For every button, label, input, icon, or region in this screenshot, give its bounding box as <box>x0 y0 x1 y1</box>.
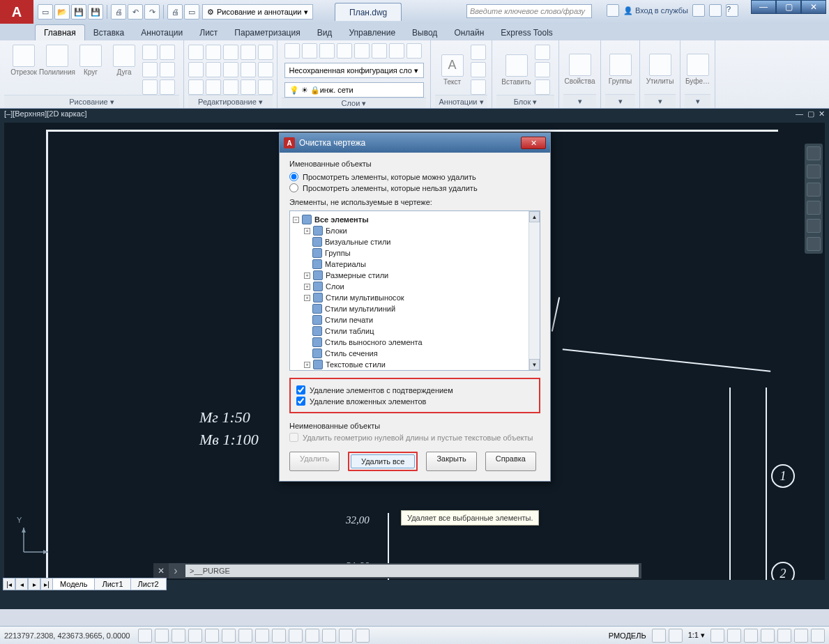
offset-icon[interactable] <box>241 79 256 95</box>
quickview-layouts[interactable] <box>652 629 666 643</box>
attr-icon[interactable] <box>535 79 550 95</box>
nav-more-icon[interactable] <box>807 237 821 251</box>
tab-layout[interactable]: Лист <box>191 25 226 40</box>
rect-icon[interactable] <box>142 45 158 60</box>
tree-item[interactable]: Группы <box>325 249 351 257</box>
toolbar-lock[interactable] <box>761 629 775 643</box>
table-icon[interactable] <box>471 79 486 95</box>
print-icon[interactable]: 🖨 <box>167 4 183 20</box>
tree-item[interactable]: Стиль сечения <box>325 349 378 358</box>
copy-icon[interactable] <box>188 62 204 77</box>
tree-item[interactable]: Стили печати <box>325 316 373 324</box>
checkbox-zero-length[interactable]: Удалить геометрию нулевой длины и пустые… <box>289 433 540 442</box>
model-paper-toggle[interactable]: РМОДЕЛЬ <box>606 631 649 640</box>
tool-insert[interactable]: Вставить <box>501 53 532 86</box>
preview-icon[interactable]: ▭ <box>184 4 199 20</box>
layer-iso-icon[interactable] <box>319 43 335 59</box>
layer-state-selector[interactable]: Несохраненная конфигурация сло ▾ <box>284 63 424 78</box>
expand-icon[interactable]: + <box>304 273 310 279</box>
tree-item[interactable]: Стиль выносного элемента <box>325 338 423 346</box>
expand-icon[interactable]: + <box>304 228 310 234</box>
am-toggle[interactable] <box>356 629 370 643</box>
tree-root[interactable]: Все элементы <box>314 215 369 224</box>
tab-parametric[interactable]: Параметризация <box>226 25 308 40</box>
coordinates[interactable]: 2213797.2308, 423673.9665, 0.0000 <box>4 631 130 640</box>
ducs-toggle[interactable] <box>255 629 269 643</box>
tree-item[interactable]: Слои <box>326 282 344 291</box>
layer-lock-icon[interactable] <box>372 43 387 59</box>
tree-item[interactable]: Стили мультивыносок <box>326 293 404 302</box>
quickview-drawings[interactable] <box>669 629 683 643</box>
layer-current-selector[interactable]: 💡 ☀ 🔒 инж. сети <box>284 82 424 98</box>
maximize-button[interactable]: ▢ <box>776 0 801 14</box>
layer-prev-icon[interactable] <box>406 43 422 59</box>
panel-label-groups[interactable]: ▾ <box>605 94 635 108</box>
purge-tree[interactable]: −Все элементы +Блоки Визуальные стили Гр… <box>289 210 540 371</box>
radio-purgeable[interactable]: Просмотреть элементы, которые можно удал… <box>289 172 540 181</box>
tpy-toggle[interactable] <box>305 629 319 643</box>
anno-vis-toggle[interactable] <box>710 629 724 643</box>
exchange-icon[interactable] <box>692 4 705 17</box>
tool-polyline[interactable]: Полилиния <box>42 43 73 76</box>
tool-line[interactable]: Отрезок <box>8 43 39 76</box>
mirror-icon[interactable] <box>206 62 221 77</box>
create-block-icon[interactable] <box>535 45 550 60</box>
binoculars-icon[interactable] <box>607 4 619 17</box>
tab-manage[interactable]: Управление <box>340 25 404 40</box>
zoom-icon[interactable] <box>807 183 821 197</box>
tab-sheet1[interactable]: Лист1 <box>95 578 130 590</box>
panel-label-annot[interactable]: Аннотации ▾ <box>435 95 487 108</box>
anno-scale[interactable]: 1:1 ▾ <box>685 631 708 640</box>
leader-icon[interactable] <box>471 62 486 77</box>
tab-home[interactable]: Главная <box>35 24 85 40</box>
grid-toggle[interactable] <box>155 629 169 643</box>
expand-icon[interactable]: + <box>304 284 310 290</box>
tool-utils[interactable]: Утилиты <box>645 52 676 85</box>
checkbox-nested-input[interactable] <box>296 397 305 406</box>
tree-item[interactable]: Стили мультилиний <box>325 305 395 313</box>
undo-icon[interactable]: ↶ <box>128 4 143 20</box>
osnap-toggle[interactable] <box>205 629 219 643</box>
help-button[interactable]: Справка <box>485 452 536 471</box>
tab-online[interactable]: Онлайн <box>446 25 492 40</box>
purge-all-button[interactable]: Удалить все <box>351 454 415 468</box>
purge-button[interactable]: Удалить <box>289 452 340 471</box>
dyn-toggle[interactable] <box>272 629 286 643</box>
showmotion-icon[interactable] <box>807 219 821 233</box>
app-menu-button[interactable]: A <box>0 0 33 24</box>
autodesk-icon[interactable] <box>709 4 722 17</box>
radio-purgeable-input[interactable] <box>289 172 298 181</box>
vp-minimize[interactable]: — <box>796 109 803 118</box>
close-button[interactable]: ✕ <box>801 0 826 14</box>
osnap3d-toggle[interactable] <box>222 629 236 643</box>
plot-icon[interactable]: 🖨 <box>111 4 126 20</box>
expand-icon[interactable]: + <box>304 295 310 301</box>
extend-icon[interactable] <box>241 45 256 60</box>
hatch-icon[interactable] <box>160 62 175 77</box>
layer-freeze-icon[interactable] <box>354 43 370 59</box>
tool-clipboard[interactable]: Буфе… <box>683 52 713 85</box>
cmdline-close[interactable]: ✕ <box>153 563 169 578</box>
tab-next[interactable]: ▸ <box>28 578 40 590</box>
steering-wheel-icon[interactable] <box>807 146 821 160</box>
tab-first[interactable]: |◂ <box>3 578 15 590</box>
close-button-dlg[interactable]: Закрыть <box>426 452 476 471</box>
isolate-objects[interactable] <box>794 629 808 643</box>
dialog-titlebar[interactable]: A Очистка чертежа ✕ <box>280 133 550 153</box>
signin-link[interactable]: 👤 Вход в службы <box>623 6 688 15</box>
spline-icon[interactable] <box>160 45 175 60</box>
tab-express[interactable]: Express Tools <box>492 25 561 40</box>
ellipse-icon[interactable] <box>142 62 158 77</box>
redo-icon[interactable]: ↷ <box>144 4 160 20</box>
panel-label-edit[interactable]: Редактирование ▾ <box>188 95 273 108</box>
scale-icon[interactable] <box>206 79 221 95</box>
move-icon[interactable] <box>188 45 204 60</box>
point-icon[interactable] <box>160 79 175 95</box>
chamfer-icon[interactable] <box>241 62 256 77</box>
tab-model[interactable]: Модель <box>53 578 95 590</box>
rotate-icon[interactable] <box>206 45 221 60</box>
erase-icon[interactable] <box>258 45 273 60</box>
array-icon[interactable] <box>223 79 238 95</box>
layer-match-icon[interactable] <box>389 43 404 59</box>
anno-auto-toggle[interactable] <box>727 629 741 643</box>
